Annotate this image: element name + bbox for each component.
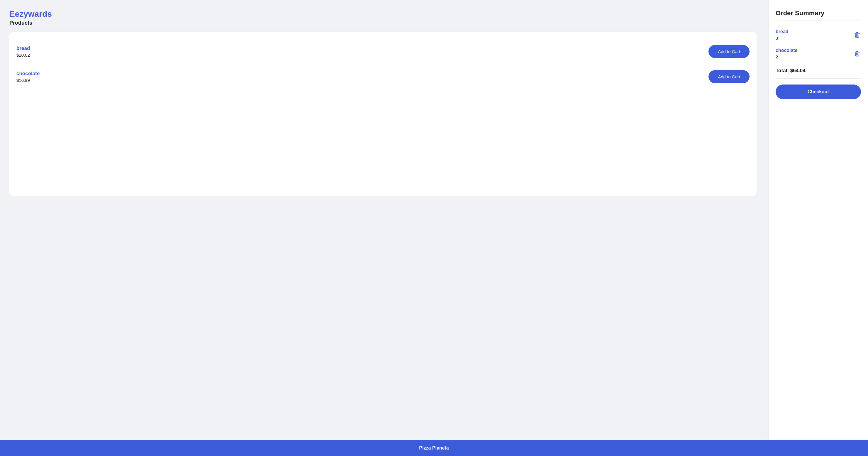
order-item-name: bread [776, 29, 861, 34]
order-item: bread3 [776, 26, 861, 44]
product-info: chocolate$16.99 [17, 71, 39, 83]
products-card: bread$10.02Add to Cartchocolate$16.99Add… [9, 32, 756, 196]
order-summary-section: Order Summary bread3 chocolate2 Total: $… [768, 0, 868, 440]
product-price: $16.99 [17, 78, 39, 83]
product-item: bread$10.02Add to Cart [17, 39, 749, 64]
main-layout: Eezywards Products bread$10.02Add to Car… [0, 0, 868, 440]
product-info: bread$10.02 [17, 46, 30, 58]
product-price: $10.02 [17, 53, 30, 58]
add-to-cart-button[interactable]: Add to Cart [709, 70, 749, 83]
add-to-cart-button[interactable]: Add to Cart [709, 45, 749, 58]
order-item-quantity: 3 [776, 35, 861, 40]
order-total: Total: $64.04 [776, 63, 861, 79]
delete-item-button[interactable] [853, 50, 861, 58]
order-item: chocolate2 [776, 44, 861, 63]
footer: Pizza Planeta [0, 440, 868, 456]
order-item-quantity: 2 [776, 54, 861, 59]
checkout-button[interactable]: Checkout [776, 85, 861, 99]
app-title: Eezywards [9, 9, 756, 19]
trash-icon [855, 51, 860, 57]
product-name: chocolate [17, 71, 39, 77]
product-name: bread [17, 46, 30, 51]
order-summary-title: Order Summary [776, 9, 861, 21]
order-items-list: bread3 chocolate2 [776, 26, 861, 63]
products-section: Eezywards Products bread$10.02Add to Car… [9, 9, 756, 431]
product-item: chocolate$16.99Add to Cart [17, 64, 749, 89]
delete-item-button[interactable] [853, 31, 861, 39]
trash-icon [855, 32, 860, 38]
page-subtitle: Products [9, 20, 756, 26]
order-item-name: chocolate [776, 48, 861, 53]
